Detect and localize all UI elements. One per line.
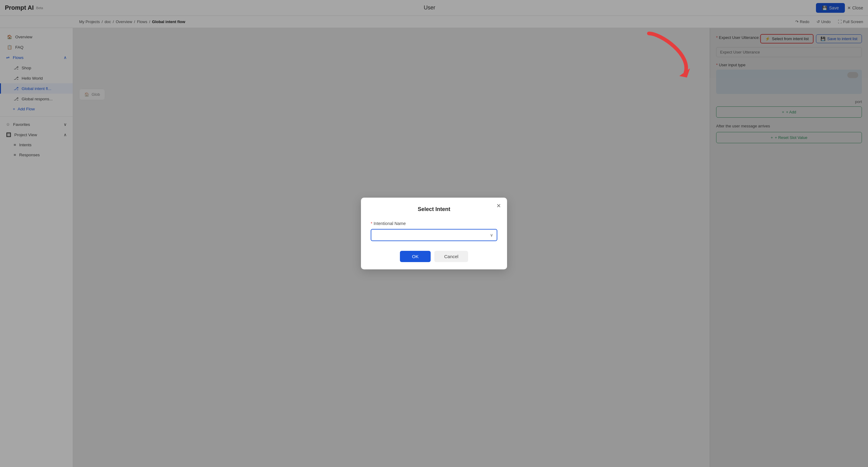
modal-overlay: ✕ Select Intent * Intentional Name ∨ OK … <box>0 0 868 467</box>
modal-title: Select Intent <box>371 206 497 212</box>
modal-cancel-button[interactable]: Cancel <box>434 251 468 262</box>
intentional-name-select[interactable] <box>371 229 497 241</box>
modal-select-wrapper: ∨ <box>371 229 497 241</box>
select-intent-modal: ✕ Select Intent * Intentional Name ∨ OK … <box>361 198 507 269</box>
modal-close-button[interactable]: ✕ <box>496 202 501 209</box>
modal-intentional-name-label: * Intentional Name <box>371 221 497 226</box>
modal-ok-button[interactable]: OK <box>400 251 431 262</box>
modal-actions: OK Cancel <box>371 251 497 262</box>
